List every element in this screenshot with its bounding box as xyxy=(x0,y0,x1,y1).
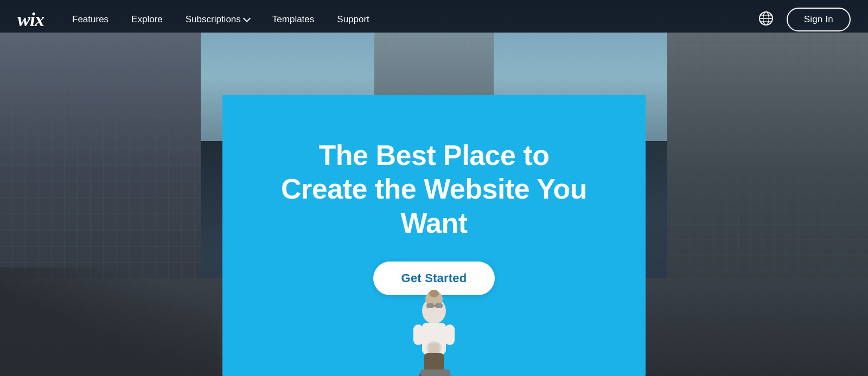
hero-headline: The Best Place to Create the Website You… xyxy=(255,138,613,240)
wix-logo[interactable]: WiX xyxy=(17,8,44,31)
hero-panel: The Best Place to Create the Website You… xyxy=(222,95,646,376)
hero-headline-line2: Create the Website You Want xyxy=(281,173,587,238)
nav-link-explore[interactable]: Explore xyxy=(131,14,163,25)
hero-headline-line1: The Best Place to xyxy=(319,139,550,171)
logo-text: WiX xyxy=(17,9,44,30)
svg-rect-14 xyxy=(426,303,434,308)
nav-links: Features Explore Subscriptions Templates… xyxy=(72,14,758,25)
globe-icon xyxy=(758,11,774,26)
nav-link-features[interactable]: Features xyxy=(72,14,108,25)
nav-link-templates[interactable]: Templates xyxy=(272,14,314,25)
language-selector[interactable] xyxy=(758,11,774,28)
svg-rect-19 xyxy=(420,369,450,376)
nav-link-support[interactable]: Support xyxy=(337,14,369,25)
nav-right: Sign In xyxy=(758,8,851,31)
subscriptions-label: Subscriptions xyxy=(186,14,241,25)
svg-rect-9 xyxy=(413,324,423,345)
svg-rect-10 xyxy=(445,324,455,345)
chevron-down-icon xyxy=(243,15,251,22)
people-area xyxy=(0,267,217,376)
svg-point-7 xyxy=(429,290,439,297)
navbar: WiX Features Explore Subscriptions Templ… xyxy=(0,0,868,39)
svg-rect-15 xyxy=(435,303,443,308)
sign-in-button[interactable]: Sign In xyxy=(787,8,851,31)
person-figure xyxy=(396,289,472,376)
nav-link-subscriptions[interactable]: Subscriptions xyxy=(186,14,250,25)
